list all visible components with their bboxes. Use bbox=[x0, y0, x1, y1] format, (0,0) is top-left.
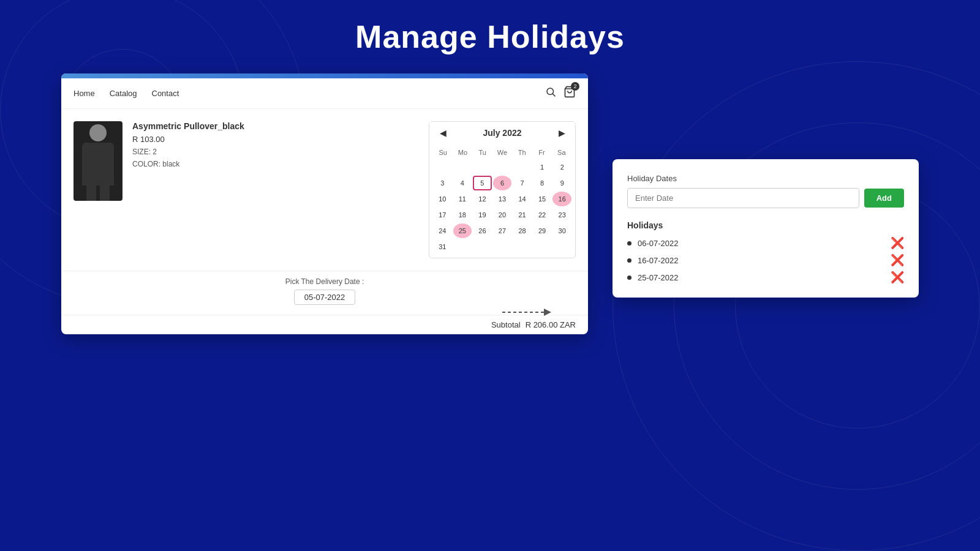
calendar-day-15[interactable]: 15 bbox=[533, 192, 552, 206]
day-name-fr: Fr bbox=[532, 148, 551, 157]
calendar-day-31[interactable]: 31 bbox=[433, 239, 452, 254]
calendar-day-10[interactable]: 10 bbox=[433, 192, 452, 206]
holiday-input-row: Add bbox=[627, 188, 904, 208]
calendar-day-26[interactable]: 26 bbox=[473, 223, 492, 238]
product-price: R 103.00 bbox=[132, 135, 244, 144]
calendar-day-7[interactable]: 7 bbox=[513, 176, 532, 190]
silhouette-legs bbox=[80, 186, 116, 201]
product-size: SIZE: 2 bbox=[132, 148, 244, 156]
holiday-date-input[interactable] bbox=[627, 188, 859, 208]
remove-holiday-button[interactable]: ❌ bbox=[891, 255, 904, 266]
calendar-days-header: Su Mo Tu We Th Fr Sa bbox=[433, 148, 571, 157]
calendar-day-21[interactable]: 21 bbox=[513, 208, 532, 222]
color-value: black bbox=[162, 160, 179, 168]
holiday-list-item: 06-07-2022 ❌ bbox=[627, 238, 904, 249]
holiday-date-text: 06-07-2022 bbox=[638, 239, 884, 248]
calendar-day-23[interactable]: 23 bbox=[552, 208, 571, 222]
size-label: SIZE: bbox=[132, 148, 151, 156]
calendar-days: 1234567891011121314151617181920212223242… bbox=[433, 160, 571, 254]
holiday-bullet bbox=[627, 276, 631, 280]
calendar-day-9[interactable]: 9 bbox=[552, 176, 571, 190]
svg-point-0 bbox=[547, 88, 554, 95]
calendar-header: ◀ July 2022 ▶ bbox=[429, 122, 575, 144]
shop-window: Home Catalog Contact 2 bbox=[61, 73, 588, 334]
day-name-su: Su bbox=[433, 148, 453, 157]
remove-holiday-button[interactable]: ❌ bbox=[891, 238, 904, 249]
calendar-day-8[interactable]: 8 bbox=[533, 176, 552, 190]
holidays-section-title: Holidays bbox=[627, 220, 904, 230]
day-name-sa: Sa bbox=[552, 148, 571, 157]
calendar-day-20[interactable]: 20 bbox=[493, 208, 512, 222]
calendar-day-5[interactable]: 5 bbox=[473, 176, 492, 190]
calendar-day-2[interactable]: 2 bbox=[552, 160, 571, 174]
calendar-day-30[interactable]: 30 bbox=[552, 223, 571, 238]
calendar-day-29[interactable]: 29 bbox=[533, 223, 552, 238]
calendar-section: ◀ July 2022 ▶ Su Mo Tu We Th Fr Sa bbox=[429, 121, 576, 258]
holiday-list-item: 25-07-2022 ❌ bbox=[627, 272, 904, 283]
calendar-day-27[interactable]: 27 bbox=[493, 223, 512, 238]
product-image bbox=[74, 121, 123, 201]
svg-line-1 bbox=[552, 94, 555, 96]
calendar-day-14[interactable]: 14 bbox=[513, 192, 532, 206]
search-button[interactable] bbox=[545, 86, 556, 100]
product-color: COLOR: black bbox=[132, 160, 244, 168]
product-silhouette bbox=[80, 124, 116, 198]
day-name-tu: Tu bbox=[473, 148, 492, 157]
nav-contact[interactable]: Contact bbox=[152, 89, 179, 98]
calendar-grid: Su Mo Tu We Th Fr Sa 1234567891011121314… bbox=[429, 144, 575, 258]
calendar-day-24[interactable]: 24 bbox=[433, 223, 452, 238]
subtotal-label: Subtotal bbox=[491, 320, 521, 329]
silhouette-body bbox=[82, 143, 114, 186]
size-value: 2 bbox=[153, 148, 157, 156]
calendar-day-16[interactable]: 16 bbox=[552, 192, 571, 206]
shop-content: Asymmetric Pullover_black R 103.00 SIZE:… bbox=[61, 109, 588, 271]
subtotal-row: Subtotal R 206.00 ZAR bbox=[61, 315, 588, 334]
page-title: Manage Holidays bbox=[0, 0, 980, 55]
calendar-month-year: July 2022 bbox=[483, 128, 521, 138]
nav-links: Home Catalog Contact bbox=[74, 89, 545, 98]
nav-catalog[interactable]: Catalog bbox=[110, 89, 137, 98]
holiday-panel: Holiday Dates Add Holidays 06-07-2022 ❌ … bbox=[612, 159, 919, 298]
calendar-day-17[interactable]: 17 bbox=[433, 208, 452, 222]
calendar-day-19[interactable]: 19 bbox=[473, 208, 492, 222]
main-area: Home Catalog Contact 2 bbox=[0, 73, 980, 334]
holiday-list: 06-07-2022 ❌ 16-07-2022 ❌ 25-07-2022 ❌ bbox=[627, 238, 904, 283]
calendar-day-6[interactable]: 6 bbox=[493, 176, 512, 190]
window-topbar bbox=[61, 73, 588, 78]
calendar-day-28[interactable]: 28 bbox=[513, 223, 532, 238]
nav-icons: 2 bbox=[545, 86, 576, 101]
product-name: Asymmetric Pullover_black bbox=[132, 121, 244, 131]
cart-button[interactable]: 2 bbox=[564, 86, 576, 101]
product-details: Asymmetric Pullover_black R 103.00 SIZE:… bbox=[132, 121, 244, 258]
search-icon bbox=[545, 86, 556, 97]
nav-home[interactable]: Home bbox=[74, 89, 95, 98]
subtotal-value: R 206.00 ZAR bbox=[526, 320, 576, 329]
calendar-day-12[interactable]: 12 bbox=[473, 192, 492, 206]
calendar-day-1[interactable]: 1 bbox=[533, 160, 552, 174]
cart-badge: 2 bbox=[571, 82, 579, 91]
holiday-date-text: 25-07-2022 bbox=[638, 273, 884, 282]
calendar-day-18[interactable]: 18 bbox=[453, 208, 472, 222]
calendar-day-22[interactable]: 22 bbox=[533, 208, 552, 222]
prev-month-button[interactable]: ◀ bbox=[437, 127, 449, 139]
add-holiday-button[interactable]: Add bbox=[864, 189, 904, 208]
next-month-button[interactable]: ▶ bbox=[556, 127, 568, 139]
calendar-day-25[interactable]: 25 bbox=[453, 223, 472, 238]
delivery-date-box: 05-07-2022 bbox=[294, 290, 356, 305]
calendar-day-13[interactable]: 13 bbox=[493, 192, 512, 206]
holiday-bullet bbox=[627, 241, 631, 246]
holiday-date-text: 16-07-2022 bbox=[638, 256, 884, 265]
holiday-bullet bbox=[627, 258, 631, 263]
color-label: COLOR: bbox=[132, 160, 160, 168]
day-name-mo: Mo bbox=[453, 148, 472, 157]
silhouette-head bbox=[89, 124, 107, 141]
remove-holiday-button[interactable]: ❌ bbox=[891, 272, 904, 283]
calendar-day-11[interactable]: 11 bbox=[453, 192, 472, 206]
calendar-day-4[interactable]: 4 bbox=[453, 176, 472, 190]
day-name-we: We bbox=[492, 148, 512, 157]
day-name-th: Th bbox=[512, 148, 532, 157]
holiday-dates-label: Holiday Dates bbox=[627, 174, 904, 183]
delivery-section: Pick The Delivery Date : 05-07-2022 bbox=[61, 271, 588, 315]
holiday-list-item: 16-07-2022 ❌ bbox=[627, 255, 904, 266]
calendar-day-3[interactable]: 3 bbox=[433, 176, 452, 190]
